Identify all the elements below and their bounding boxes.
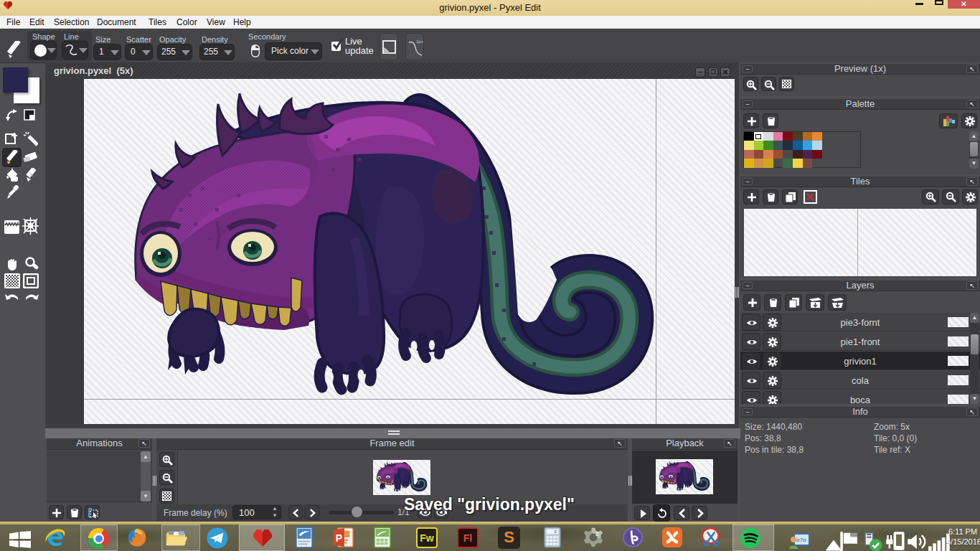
svg-text:2: 2: [595, 531, 599, 537]
svg-text:1px: 1px: [416, 39, 423, 44]
svg-text:0: 0: [555, 529, 557, 534]
svg-text:P: P: [336, 532, 342, 544]
svg-text:o?o: o?o: [796, 537, 806, 543]
